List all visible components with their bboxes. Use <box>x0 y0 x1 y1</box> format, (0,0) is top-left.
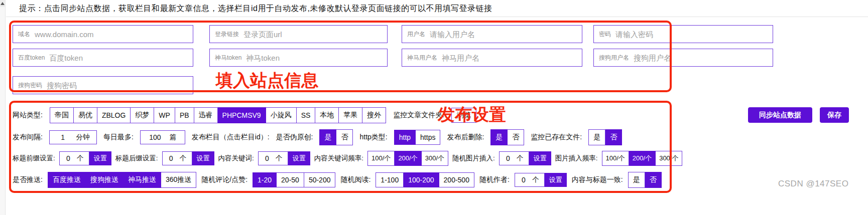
random-reads-option[interactable]: 100-200 <box>404 172 439 187</box>
site-type-option[interactable]: WP <box>154 107 175 123</box>
content-keywords-input[interactable] <box>262 154 273 162</box>
random-reads-option[interactable]: 1-100 <box>376 172 404 187</box>
watermark: CSDN @147SEO <box>778 179 848 189</box>
sync-site-data-button[interactable]: 同步站点数据 <box>748 107 812 123</box>
pseudo-original-label: 是否伪原创: <box>276 133 313 142</box>
image-frequency-option[interactable]: 200/个 <box>629 151 656 166</box>
publish-options-row: 发布间隔: 分钟 每日最多: 篇 发布栏目（点击栏目id）: 是否伪原创: 是否… <box>13 129 622 145</box>
save-button[interactable]: 保存 <box>820 107 849 123</box>
login-url-input[interactable] <box>243 30 382 39</box>
password-input[interactable] <box>615 30 768 39</box>
title-suffix-label: 标题后缀设置: <box>115 154 158 163</box>
tip-divider <box>6 17 868 17</box>
random-reads-label: 随机阅读: <box>340 175 370 184</box>
http-type-option[interactable]: http <box>394 130 416 145</box>
random-comments-option[interactable]: 50-200 <box>304 172 336 187</box>
image-frequency-option[interactable]: 100/个 <box>602 151 629 166</box>
shenma-token-input[interactable] <box>246 54 382 62</box>
monitor-existing-option[interactable]: 否 <box>605 129 622 145</box>
site-type-option[interactable]: ZBLOG <box>97 107 131 123</box>
domain-input[interactable] <box>35 30 188 39</box>
random-reads-group: 1-100100-200200-500 <box>376 172 474 187</box>
shenma-username-input[interactable] <box>442 54 577 62</box>
sogou-password-input[interactable] <box>47 81 188 90</box>
pseudo-original-option[interactable]: 否 <box>336 129 353 145</box>
image-frequency-option[interactable]: 300/个 <box>656 151 682 166</box>
keyword-frequency-option[interactable]: 100/个 <box>367 151 395 166</box>
title-prefix-label: 标题前缀设置: <box>13 154 55 163</box>
publish-column-label: 发布栏目（点击栏目id）: <box>192 133 270 142</box>
title-suffix-unit: 个 <box>180 154 189 163</box>
random-author-set-button[interactable]: 设置 <box>545 173 567 187</box>
username-input[interactable] <box>430 30 577 39</box>
site-type-group: 帝国易优ZBLOG织梦WPPB迅睿PHPCMSV9小旋风SS本地苹果搜外 <box>50 107 386 123</box>
content-match-title-option[interactable]: 是 <box>628 172 645 188</box>
push-option[interactable]: 搜狗推送 <box>86 172 123 188</box>
domain-label: 域名 <box>18 30 30 39</box>
baidu-token-input[interactable] <box>49 54 188 62</box>
http-type-option[interactable]: https <box>416 130 440 145</box>
random-image-input[interactable] <box>503 154 514 162</box>
interval-input[interactable] <box>54 133 71 141</box>
push-option[interactable]: 百度推送 <box>48 172 86 188</box>
site-type-option[interactable]: 小旋风 <box>266 107 297 123</box>
sogou-username-input[interactable] <box>634 54 768 62</box>
title-suffix-box: 个 <box>162 151 192 165</box>
random-comments-group: 1-2020-5050-200 <box>253 172 335 187</box>
site-type-option[interactable]: 织梦 <box>131 107 154 123</box>
site-type-option[interactable]: 苹果 <box>339 107 362 123</box>
random-comments-option[interactable]: 20-50 <box>277 172 304 187</box>
random-image-set-button[interactable]: 设置 <box>529 151 551 165</box>
title-suffix-input[interactable] <box>166 154 177 162</box>
title-prefix-box: 个 <box>59 151 89 165</box>
random-reads-option[interactable]: 200-500 <box>439 172 474 187</box>
content-match-title-label: 内容与标题一致: <box>572 175 623 184</box>
delete-after-option[interactable]: 否 <box>508 129 524 145</box>
site-type-option[interactable]: 搜外 <box>362 107 386 123</box>
random-image-cluster: 个 设置 <box>499 151 551 165</box>
random-image-label: 随机图片插入: <box>452 154 495 163</box>
random-image-unit: 个 <box>517 154 526 163</box>
title-prefix-set-button[interactable]: 设置 <box>89 151 111 165</box>
site-type-option[interactable]: PB <box>175 107 194 123</box>
sogou-password-field: 搜狗密码 <box>13 76 193 94</box>
random-author-cluster: 个 设置 <box>515 173 567 187</box>
keyword-frequency-option[interactable]: 300/个 <box>422 151 448 166</box>
site-type-option[interactable]: 易优 <box>74 107 97 123</box>
content-match-title-toggle: 是否 <box>628 172 662 188</box>
title-suffix-cluster: 个 设置 <box>162 151 214 165</box>
daily-max-label: 每日最多: <box>103 133 134 142</box>
content-keywords-set-button[interactable]: 设置 <box>288 151 310 165</box>
login-url-field: 登录链接 <box>209 25 388 43</box>
delete-after-option[interactable]: 是 <box>490 129 508 145</box>
title-prefix-input[interactable] <box>63 154 74 162</box>
site-type-option[interactable]: 迅睿 <box>194 107 218 123</box>
pseudo-original-option[interactable]: 是 <box>319 129 336 145</box>
scroll-up-button[interactable] <box>0 0 5 7</box>
password-field: 密码 <box>593 25 773 43</box>
random-comments-option[interactable]: 1-20 <box>253 172 277 187</box>
delete-after-toggle: 是否 <box>490 129 524 145</box>
daily-max-input[interactable] <box>147 133 164 141</box>
daily-max-box: 篇 <box>140 130 185 144</box>
title-content-row: 标题前缀设置: 个 设置 标题后缀设置: 个 设置 内容关键词: 个 设置 内容… <box>13 150 682 166</box>
daily-max-unit: 篇 <box>170 133 179 142</box>
content-match-title-option[interactable]: 否 <box>645 172 662 188</box>
sogou-username-label: 搜狗用户名 <box>599 54 629 62</box>
pseudo-original-toggle: 是否 <box>319 129 353 145</box>
site-type-option[interactable]: SS <box>297 107 316 123</box>
title-suffix-set-button[interactable]: 设置 <box>192 151 214 165</box>
push-option[interactable]: 神马推送 <box>123 172 161 188</box>
keyword-frequency-option[interactable]: 200/个 <box>395 151 421 166</box>
tip-text: 提示：点击同步站点数据，获取栏目和最新文章信息，选择栏目id用于自动发布,未修改… <box>19 4 492 13</box>
monitor-existing-option[interactable]: 是 <box>588 129 605 145</box>
username-field: 用户名 <box>402 25 582 43</box>
site-type-option[interactable]: 帝国 <box>50 107 74 123</box>
site-type-option[interactable]: PHPCMSV9 <box>218 107 266 123</box>
push-option[interactable]: 360推送 <box>161 172 196 188</box>
random-author-input[interactable] <box>518 176 529 184</box>
vertical-scrollbar[interactable] <box>0 0 6 215</box>
random-author-label: 随机作者: <box>479 175 510 184</box>
site-type-option[interactable]: 本地 <box>315 107 339 123</box>
username-label: 用户名 <box>407 30 425 39</box>
